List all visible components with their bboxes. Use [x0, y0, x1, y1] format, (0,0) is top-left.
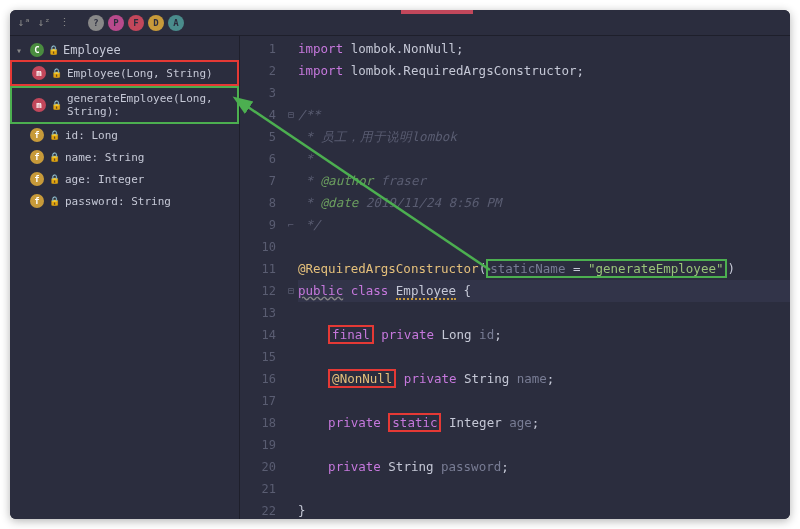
toolbar-badge-0[interactable]: ? — [88, 15, 104, 31]
lock-icon: 🔒 — [51, 100, 62, 110]
expand-arrow-icon[interactable]: ▾ — [16, 45, 26, 56]
fold-column: ⊟⌐⊟ — [284, 36, 298, 519]
toolbar-badge-4[interactable]: A — [168, 15, 184, 31]
type-string: String — [388, 459, 433, 474]
ide-window: ↓ᵃ ↓ᶻ ⋮ ? P F D A ▾ C 🔒 Employee m 🔒 Emp… — [10, 10, 790, 519]
lock-icon: 🔒 — [49, 174, 60, 184]
code-editor[interactable]: 12345678910111213141516171819202122 ⊟⌐⊟ … — [240, 36, 790, 519]
item-label: Employee(Long, String) — [67, 67, 213, 80]
sort-icon[interactable]: ↓ᵃ — [16, 15, 32, 31]
keyword-private: private — [328, 415, 388, 430]
keyword-final: final — [328, 325, 374, 344]
javadoc-close: */ — [298, 217, 321, 232]
class-name: Employee — [63, 43, 121, 57]
field-password: password — [433, 459, 501, 474]
structure-item-constructor[interactable]: m 🔒 Employee(Long, String) — [10, 60, 239, 86]
item-label: password: String — [65, 195, 171, 208]
keyword-static: static — [388, 413, 441, 432]
active-tab-indicator — [401, 10, 473, 14]
class-icon: C — [30, 43, 44, 57]
item-label: generateEmployee(Long, String): — [67, 92, 231, 118]
method-icon: m — [32, 66, 46, 80]
field-icon: f — [30, 172, 44, 186]
brace: { — [456, 283, 471, 298]
import-line: lombok.RequiredArgsConstructor; — [351, 63, 584, 78]
javadoc-value: 2019/11/24 8:56 PM — [358, 195, 501, 210]
method-icon: m — [32, 98, 46, 112]
toolbar-badge-1[interactable]: P — [108, 15, 124, 31]
javadoc-line: * — [298, 151, 313, 166]
javadoc-value: fraser — [373, 173, 426, 188]
main-area: ▾ C 🔒 Employee m 🔒 Employee(Long, String… — [10, 36, 790, 519]
toolbar: ↓ᵃ ↓ᶻ ⋮ ? P F D A — [10, 10, 790, 36]
annotation: @RequiredArgsConstructor — [298, 261, 479, 276]
field-icon: f — [30, 194, 44, 208]
import-line: lombok.NonNull; — [351, 41, 464, 56]
structure-item-field[interactable]: f 🔒 id: Long — [10, 124, 239, 146]
filter-icon[interactable]: ⋮ — [56, 15, 72, 31]
javadoc-tag: @date — [321, 195, 359, 210]
class-name: Employee — [396, 283, 456, 300]
item-label: name: String — [65, 151, 144, 164]
class-node[interactable]: ▾ C 🔒 Employee — [10, 40, 239, 60]
keyword-private: private — [328, 459, 388, 474]
type-long: Long — [441, 327, 471, 342]
field-icon: f — [30, 150, 44, 164]
lock-icon: 🔒 — [49, 196, 60, 206]
sort-alpha-icon[interactable]: ↓ᶻ — [36, 15, 52, 31]
keyword-class: class — [343, 283, 396, 298]
javadoc-tag: @author — [321, 173, 374, 188]
field-age: age — [502, 415, 532, 430]
toolbar-badge-2[interactable]: F — [128, 15, 144, 31]
structure-sidebar: ▾ C 🔒 Employee m 🔒 Employee(Long, String… — [10, 36, 240, 519]
javadoc-line: * 员工，用于说明lombok — [298, 129, 457, 144]
static-name-param: staticName = "generateEmployee" — [486, 259, 727, 278]
keyword-private: private — [374, 327, 442, 342]
toolbar-badge-3[interactable]: D — [148, 15, 164, 31]
field-id: id — [472, 327, 495, 342]
lock-icon: 🔒 — [49, 130, 60, 140]
item-label: id: Long — [65, 129, 118, 142]
type-string: String — [464, 371, 509, 386]
lock-icon: 🔒 — [48, 45, 59, 55]
lock-icon: 🔒 — [51, 68, 62, 78]
structure-item-generate[interactable]: m 🔒 generateEmployee(Long, String): — [10, 86, 239, 124]
structure-item-field[interactable]: f 🔒 password: String — [10, 190, 239, 212]
code-content[interactable]: import lombok.NonNull; import lombok.Req… — [298, 36, 790, 519]
brace-close: } — [298, 503, 306, 518]
javadoc-open: /** — [298, 107, 321, 122]
structure-item-field[interactable]: f 🔒 age: Integer — [10, 168, 239, 190]
field-name: name — [509, 371, 547, 386]
keyword-private: private — [396, 371, 464, 386]
lock-icon: 🔒 — [49, 152, 60, 162]
line-gutter: 12345678910111213141516171819202122 — [240, 36, 284, 519]
item-label: age: Integer — [65, 173, 144, 186]
field-icon: f — [30, 128, 44, 142]
structure-item-field[interactable]: f 🔒 name: String — [10, 146, 239, 168]
keyword-public: public — [298, 283, 343, 298]
type-integer: Integer — [441, 415, 501, 430]
annotation-nonnull: @NonNull — [328, 369, 396, 388]
